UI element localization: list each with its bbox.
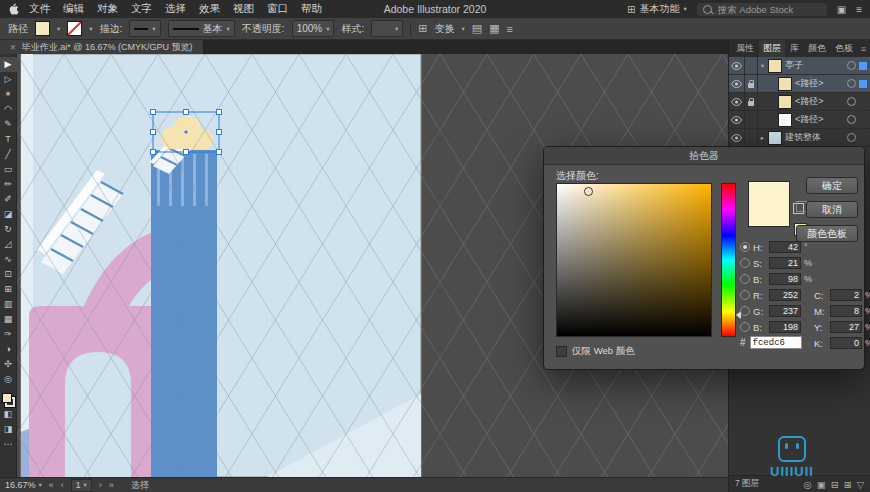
yellow-field[interactable]: 27	[830, 321, 862, 333]
next-artboard-button[interactable]: ›	[99, 480, 102, 490]
brush-definition-dropdown[interactable]: 基本 ▾	[168, 20, 235, 37]
type-tool[interactable]: T	[0, 132, 17, 147]
panel-tab[interactable]: 图层	[759, 40, 785, 57]
magenta-field[interactable]: 8	[830, 305, 862, 317]
menu-item[interactable]: 文件	[29, 2, 50, 16]
fill-proxy-swatch[interactable]	[2, 393, 12, 403]
layer-thumbnail[interactable]	[768, 59, 782, 73]
menu-item[interactable]: 选择	[165, 2, 186, 16]
panel-tab[interactable]: 属性	[732, 40, 758, 57]
layer-name[interactable]: <路径>	[795, 95, 844, 108]
lock-toggle[interactable]	[745, 75, 758, 92]
layer-thumbnail[interactable]	[768, 131, 782, 145]
last-artboard-button[interactable]: »	[109, 480, 114, 490]
width-tool[interactable]: ∿	[0, 252, 17, 267]
free-transform-tool[interactable]: ⊡	[0, 267, 17, 282]
locate-object-icon[interactable]: ◎	[803, 479, 811, 490]
transform-label[interactable]: 变换	[434, 22, 454, 36]
disclosure-triangle-icon[interactable]: ▸	[758, 134, 767, 142]
radio-button[interactable]	[740, 290, 750, 300]
hex-input[interactable]	[750, 336, 802, 349]
layer-row[interactable]: <路径>	[729, 93, 870, 111]
layer-name[interactable]: <路径>	[795, 77, 844, 90]
stroke-color-swatch[interactable]	[67, 21, 82, 36]
rotate-tool[interactable]: ↻	[0, 222, 17, 237]
screen-mode-icon[interactable]: ◨	[0, 422, 17, 437]
lock-toggle[interactable]	[745, 93, 758, 110]
blend-tool[interactable]: ◑	[0, 342, 17, 357]
layer-thumbnail[interactable]	[778, 95, 792, 109]
visibility-toggle[interactable]	[729, 129, 745, 146]
layer-row[interactable]: <路径>	[729, 75, 870, 93]
lock-toggle[interactable]	[745, 57, 758, 74]
hand-tool[interactable]: ✣	[0, 357, 17, 372]
out-of-gamut-icon[interactable]	[793, 203, 804, 214]
brightness-field[interactable]: 98	[769, 273, 801, 285]
line-segment-tool[interactable]: ╱	[0, 147, 17, 162]
previous-artboard-button[interactable]: ‹	[61, 480, 64, 490]
black-field[interactable]: 0	[830, 337, 862, 349]
scale-tool[interactable]: ◿	[0, 237, 17, 252]
make-mask-icon[interactable]: ▣	[817, 479, 826, 490]
checkbox-icon[interactable]	[556, 346, 567, 357]
menu-item[interactable]: 文字	[131, 2, 152, 16]
eyedropper-tool[interactable]: ✑	[0, 327, 17, 342]
align-panel-icon[interactable]: ▤	[472, 22, 482, 35]
layer-thumbnail[interactable]	[778, 77, 792, 91]
zoom-tool[interactable]: ◎	[0, 372, 17, 387]
blue-field[interactable]: 198	[769, 321, 801, 333]
eraser-tool[interactable]: ◪	[0, 207, 17, 222]
fill-stroke-swatches[interactable]	[2, 393, 15, 407]
menu-item[interactable]: 编辑	[63, 2, 84, 16]
radio-button[interactable]	[740, 258, 750, 268]
hue-slider[interactable]	[721, 183, 736, 337]
layer-row[interactable]: <路径>	[729, 111, 870, 129]
radio-button[interactable]	[740, 242, 750, 252]
target-circle-icon[interactable]	[847, 61, 856, 70]
selection-tool[interactable]: ▶	[0, 57, 17, 72]
saturation-field[interactable]: 21	[769, 257, 801, 269]
draw-mode-icon[interactable]: ◧	[0, 407, 17, 422]
search-input[interactable]	[716, 3, 821, 16]
visibility-toggle[interactable]	[729, 111, 745, 128]
apple-menu-icon[interactable]	[8, 3, 19, 15]
mesh-tool[interactable]: ▦	[0, 312, 17, 327]
zoom-control[interactable]: 16.67% ▾	[5, 480, 42, 490]
stroke-weight-dropdown[interactable]: ▾	[129, 20, 160, 37]
web-colors-option[interactable]: 仅限 Web 颜色	[556, 345, 635, 358]
shape-builder-tool[interactable]: ⊞	[0, 282, 17, 297]
new-sublayer-icon[interactable]: ⊟	[831, 479, 839, 490]
new-layer-icon[interactable]: ⊞	[844, 479, 852, 490]
visibility-toggle[interactable]	[729, 93, 745, 110]
lock-toggle[interactable]	[745, 111, 758, 128]
menu-item[interactable]: 帮助	[301, 2, 322, 16]
document-tab[interactable]: × 毕业作业.ai* @ 16.67% (CMYK/GPU 预览)	[0, 40, 204, 54]
layer-name[interactable]: <路径>	[795, 113, 844, 126]
menu-item[interactable]: 视图	[233, 2, 254, 16]
rectangle-tool[interactable]: ▭	[0, 162, 17, 177]
edit-toolbar-icon[interactable]: ⋯	[0, 437, 17, 452]
stroke-caret-icon[interactable]: ▾	[89, 25, 92, 33]
magic-wand-tool[interactable]: ✶	[0, 87, 17, 102]
first-artboard-button[interactable]: «	[49, 480, 54, 490]
layer-row[interactable]: ▾ 亭子	[729, 57, 870, 75]
menu-item[interactable]: 效果	[199, 2, 220, 16]
fill-caret-icon[interactable]: ▾	[57, 25, 60, 33]
panel-tab[interactable]: 颜色	[804, 40, 830, 57]
menu-item[interactable]: 窗口	[267, 2, 288, 16]
target-circle-icon[interactable]	[847, 115, 856, 124]
workspace-switcher[interactable]: ⊞ 基本功能 ▾	[627, 2, 687, 16]
cancel-button[interactable]: 取消	[806, 201, 858, 218]
pen-tool[interactable]: ✎	[0, 117, 17, 132]
fill-color-swatch[interactable]	[35, 21, 50, 36]
dialog-title[interactable]: 拾色器	[544, 147, 864, 165]
close-icon[interactable]: ×	[10, 42, 16, 53]
green-field[interactable]: 237	[769, 305, 801, 317]
target-circle-icon[interactable]	[847, 133, 856, 142]
artboard-navigator[interactable]: 1 ▾	[71, 479, 92, 492]
opacity-dropdown[interactable]: 100% ▾	[292, 20, 335, 37]
style-dropdown[interactable]: ▾	[371, 20, 403, 37]
saturation-brightness-field[interactable]	[556, 183, 712, 337]
hue-field[interactable]: 42	[769, 241, 801, 253]
disclosure-triangle-icon[interactable]: ▾	[758, 62, 767, 70]
